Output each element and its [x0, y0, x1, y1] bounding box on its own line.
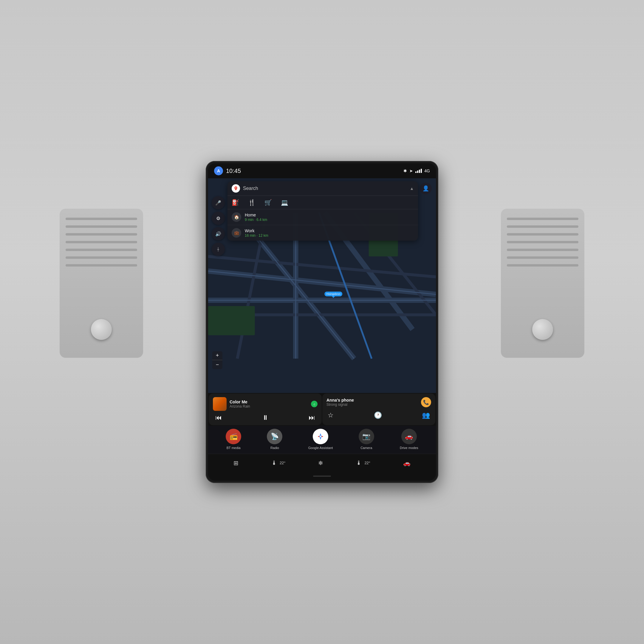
- car-interior: A 10:45 ✱ ➤ 4G: [0, 0, 644, 644]
- voice-button[interactable]: 🎤: [212, 196, 225, 209]
- camera-label: Camera: [360, 446, 372, 450]
- category-row: ⛽ 🍴 🛒 💻: [227, 196, 418, 209]
- shop-icon: 🛒: [264, 199, 272, 206]
- nav-temp-left[interactable]: 🌡 22°: [271, 459, 286, 466]
- dock-bt-media[interactable]: 📻 BT media: [226, 429, 241, 450]
- status-left: A 10:45: [214, 166, 241, 175]
- home-label: Home: [245, 213, 414, 217]
- network-type: 4G: [424, 168, 430, 173]
- nav-home[interactable]: ⊞: [233, 459, 239, 467]
- work-icon: 💼: [232, 228, 241, 238]
- bottom-handle: [208, 472, 436, 481]
- volume-button[interactable]: 🔊: [212, 227, 225, 240]
- routes-button[interactable]: ⟊: [212, 243, 225, 256]
- app-dock: 📻 BT media 📡 Radio: [208, 426, 436, 454]
- status-right: ✱ ➤ 4G: [403, 168, 430, 173]
- map-pin: Hisingsbron: [324, 292, 342, 296]
- bluetooth-icon: ✱: [403, 168, 407, 173]
- category-more[interactable]: 💻: [281, 199, 288, 206]
- zoom-out-button[interactable]: −: [212, 360, 222, 369]
- phone-top: Anna's phone Strong signal 📞: [326, 397, 431, 407]
- dock-camera[interactable]: 📷 Camera: [359, 429, 374, 450]
- right-vent-knob[interactable]: [532, 319, 553, 340]
- play-pause-button[interactable]: ⏸: [262, 414, 269, 422]
- phone-actions: ☆ 🕐 👥: [326, 411, 431, 419]
- recents-button[interactable]: 🕐: [374, 411, 382, 419]
- song-title: Color Me: [230, 400, 308, 404]
- svg-rect-14: [208, 306, 255, 335]
- drive-modes-icon: 🚗: [401, 429, 417, 444]
- seat-temp-left-icon: 🌡: [271, 459, 277, 466]
- favorites-button[interactable]: ☆: [328, 411, 334, 419]
- contacts-button[interactable]: 👥: [422, 411, 430, 419]
- music-controls: ⏮ ⏸ ⏭: [213, 414, 318, 422]
- next-button[interactable]: ⏭: [309, 414, 315, 422]
- phone-name: Anna's phone: [326, 398, 354, 403]
- gas-icon: ⛽: [232, 199, 239, 206]
- clock: 10:45: [226, 168, 241, 174]
- profile-button[interactable]: 👤: [420, 182, 432, 194]
- nav-temp-right[interactable]: 🌡 22°: [356, 459, 370, 466]
- fan-icon: ❄: [318, 459, 323, 467]
- dock-apps-row: 📻 BT media 📡 Radio: [213, 429, 431, 450]
- right-vent: [501, 209, 584, 358]
- phone-card: Anna's phone Strong signal 📞 ☆ 🕐 👥: [322, 394, 435, 425]
- svg-point-20: [320, 436, 321, 437]
- bt-media-label: BT media: [227, 446, 241, 450]
- left-vent-knob[interactable]: [91, 319, 112, 340]
- nav-car[interactable]: 🚗: [403, 459, 411, 467]
- phone-info: Anna's phone Strong signal: [326, 398, 354, 407]
- spotify-logo-icon: ♫: [311, 401, 318, 407]
- bottom-cards: Color Me Arizona Rain ♫ ⏮ ⏸ ⏭: [208, 393, 436, 426]
- destination-home[interactable]: 🏠 Home 9 min · 6.4 km: [227, 209, 418, 225]
- work-info: Work 16 min · 12 km: [245, 228, 414, 238]
- more-icon: 💻: [281, 199, 288, 206]
- work-detail: 16 min · 12 km: [245, 233, 414, 238]
- radio-icon: 📡: [267, 429, 282, 444]
- google-assistant-icon: [313, 429, 328, 444]
- main-screen: A 10:45 ✱ ➤ 4G: [208, 163, 436, 481]
- album-art: [213, 397, 227, 411]
- radio-label: Radio: [270, 446, 279, 450]
- search-bar[interactable]: Search ▲: [227, 181, 418, 196]
- map-area[interactable]: 🎤 ⚙ 🔊 ⟊ 👤: [208, 178, 436, 393]
- bottom-nav: ⊞ 🌡 22° ❄ 🌡 22° 🚗: [208, 454, 436, 472]
- chevron-up-icon[interactable]: ▲: [410, 186, 414, 191]
- home-detail: 9 min · 6.4 km: [245, 218, 414, 222]
- work-label: Work: [245, 228, 414, 233]
- search-input[interactable]: Search: [243, 186, 407, 191]
- signal-bars: [415, 169, 422, 173]
- phone-call-icon[interactable]: 📞: [421, 397, 431, 407]
- zoom-controls: + −: [212, 351, 222, 369]
- category-shop[interactable]: 🛒: [264, 199, 272, 206]
- phone-signal: Strong signal: [326, 403, 354, 407]
- temp-left-value: 22°: [280, 461, 286, 465]
- music-top: Color Me Arizona Rain ♫: [213, 397, 318, 411]
- seat-temp-right-icon: 🌡: [356, 459, 362, 466]
- assistant-label: Google Assistant: [308, 446, 333, 450]
- home-icon: 🏠: [232, 212, 241, 222]
- dock-assistant[interactable]: Google Assistant: [308, 429, 333, 450]
- dock-drive-modes[interactable]: 🚗 Drive modes: [400, 429, 418, 450]
- dock-radio[interactable]: 📡 Radio: [267, 429, 282, 450]
- settings-button[interactable]: ⚙: [212, 212, 225, 225]
- car-settings-icon: 🚗: [403, 459, 411, 467]
- navigation-icon: ➤: [409, 168, 413, 173]
- song-artist: Arizona Rain: [230, 404, 308, 408]
- left-vent: [60, 209, 143, 358]
- nav-fan[interactable]: ❄: [318, 459, 323, 467]
- status-bar: A 10:45 ✱ ➤ 4G: [208, 163, 436, 178]
- zoom-in-button[interactable]: +: [212, 351, 222, 360]
- previous-button[interactable]: ⏮: [215, 414, 222, 422]
- svg-point-17: [235, 187, 236, 188]
- drive-modes-label: Drive modes: [400, 446, 418, 450]
- search-maps-icon: [232, 184, 240, 193]
- destination-work[interactable]: 💼 Work 16 min · 12 km: [227, 225, 418, 241]
- music-info: Color Me Arizona Rain: [230, 400, 308, 408]
- pin-label: Hisingsbron: [324, 292, 342, 296]
- home-info: Home 9 min · 6.4 km: [245, 213, 414, 222]
- search-panel: Search ▲ ⛽ 🍴 🛒: [227, 181, 418, 241]
- category-food[interactable]: 🍴: [248, 199, 256, 206]
- left-sidebar: 🎤 ⚙ 🔊 ⟊: [212, 196, 225, 256]
- category-gas[interactable]: ⛽: [232, 199, 239, 206]
